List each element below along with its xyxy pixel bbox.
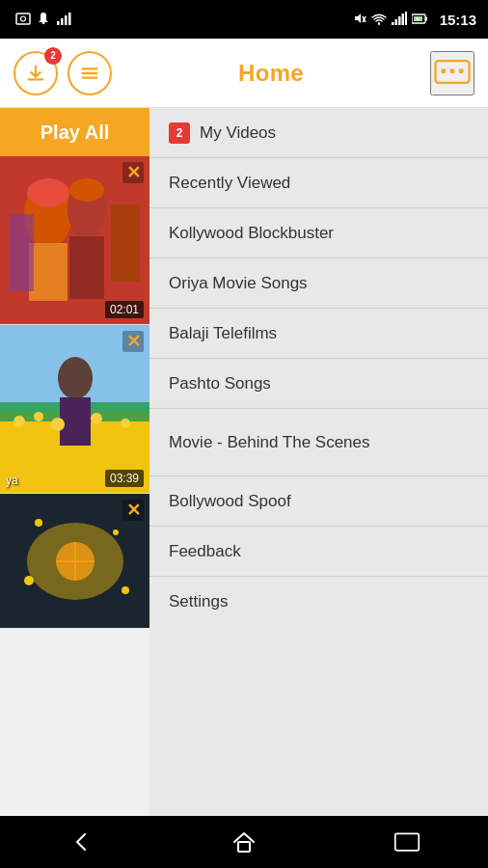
download-badge: 2 xyxy=(44,47,62,65)
status-icons-right: 15:13 xyxy=(353,12,476,28)
chat-icon xyxy=(434,59,471,88)
bars-icon xyxy=(56,12,71,27)
video-close-2[interactable]: ✕ xyxy=(122,331,144,352)
toolbar: 2 Home xyxy=(0,39,488,108)
chat-button[interactable] xyxy=(430,51,474,95)
svg-point-1 xyxy=(21,16,26,21)
my-videos-label: My Videos xyxy=(200,123,276,143)
svg-rect-4 xyxy=(61,18,64,25)
svg-point-31 xyxy=(69,178,104,202)
behind-scenes-label: Movie - Behind The Scenes xyxy=(169,433,370,452)
svg-rect-3 xyxy=(57,21,60,25)
toolbar-title: Home xyxy=(238,60,304,87)
svg-rect-14 xyxy=(405,12,407,25)
svg-point-38 xyxy=(58,357,93,399)
screenshot-icon xyxy=(15,12,31,27)
feedback-label: Feedback xyxy=(169,542,241,561)
svg-rect-13 xyxy=(401,14,404,25)
bottom-nav xyxy=(0,816,488,868)
video-close-3[interactable]: ✕ xyxy=(122,500,144,521)
video-item-1[interactable]: ✕ 02:01 xyxy=(0,156,149,325)
recently-viewed-label: Recently Viewed xyxy=(169,174,290,193)
battery-icon xyxy=(412,12,429,27)
svg-point-51 xyxy=(122,586,129,594)
svg-point-44 xyxy=(121,419,130,428)
svg-point-49 xyxy=(113,529,119,535)
video-item-2[interactable]: ✕ ya 03:39 xyxy=(0,325,149,494)
hamburger-button[interactable] xyxy=(68,51,112,95)
svg-rect-0 xyxy=(16,14,30,24)
oriya-label: Oriya Movie Songs xyxy=(169,274,308,293)
toolbar-left: 2 xyxy=(14,51,112,95)
svg-point-41 xyxy=(34,412,43,421)
svg-rect-22 xyxy=(442,68,447,73)
left-panel: Play All ✕ xyxy=(0,108,149,816)
recents-button[interactable] xyxy=(378,823,436,861)
main-content: Play All ✕ xyxy=(0,108,488,816)
video-item-3[interactable]: ✕ xyxy=(0,494,149,629)
svg-rect-32 xyxy=(111,204,140,282)
svg-rect-55 xyxy=(394,833,419,851)
menu-item-recently-viewed[interactable]: Recently Viewed xyxy=(149,158,488,208)
hamburger-icon xyxy=(79,63,100,84)
svg-rect-39 xyxy=(60,397,91,446)
svg-rect-2 xyxy=(42,22,45,24)
svg-rect-33 xyxy=(10,214,34,291)
download-button[interactable]: 2 xyxy=(14,51,58,95)
status-icons-left xyxy=(15,12,71,27)
menu-item-settings[interactable]: Settings xyxy=(149,577,488,627)
svg-rect-29 xyxy=(69,236,104,299)
bollywood-spoof-label: Bollywood Spoof xyxy=(169,492,291,511)
svg-point-40 xyxy=(14,416,25,427)
svg-rect-54 xyxy=(238,842,250,852)
status-time: 15:13 xyxy=(440,12,476,28)
balaji-label: Balaji Telefilms xyxy=(169,324,277,343)
kollywood-label: Kollywood Blockbuster xyxy=(169,224,334,243)
svg-point-42 xyxy=(51,418,65,431)
settings-label: Settings xyxy=(169,592,228,611)
video-duration-1: 02:01 xyxy=(105,301,144,318)
pashto-label: Pashto Songs xyxy=(169,374,271,393)
menu-item-feedback[interactable]: Feedback xyxy=(149,527,488,577)
status-bar: 15:13 xyxy=(0,0,488,39)
video-duration-2: 03:39 xyxy=(105,470,144,487)
my-videos-badge: 2 xyxy=(169,122,190,144)
svg-point-48 xyxy=(35,519,42,527)
play-all-button[interactable]: Play All xyxy=(0,108,149,156)
menu-item-kollywood[interactable]: Kollywood Blockbuster xyxy=(149,208,488,258)
svg-rect-16 xyxy=(425,17,427,21)
svg-point-43 xyxy=(91,413,102,424)
home-icon xyxy=(230,828,258,855)
svg-point-50 xyxy=(24,576,34,585)
menu-item-pashto[interactable]: Pashto Songs xyxy=(149,359,488,409)
svg-rect-27 xyxy=(29,243,68,301)
menu-item-my-videos[interactable]: 2 My Videos xyxy=(149,108,488,158)
svg-rect-6 xyxy=(68,13,71,25)
signal-icon xyxy=(392,12,407,27)
svg-rect-11 xyxy=(394,19,397,25)
mute-icon xyxy=(353,12,366,27)
svg-marker-7 xyxy=(355,14,361,23)
menu-item-bollywood-spoof[interactable]: Bollywood Spoof xyxy=(149,476,488,527)
home-button[interactable] xyxy=(215,823,273,861)
svg-rect-12 xyxy=(398,16,401,25)
svg-rect-10 xyxy=(392,22,394,25)
svg-point-30 xyxy=(27,178,69,207)
svg-rect-23 xyxy=(450,68,455,73)
video-close-1[interactable]: ✕ xyxy=(122,162,144,183)
menu-item-balaji[interactable]: Balaji Telefilms xyxy=(149,309,488,359)
svg-rect-5 xyxy=(65,15,68,25)
menu-item-oriya[interactable]: Oriya Movie Songs xyxy=(149,258,488,309)
back-icon xyxy=(68,828,95,855)
recents-icon xyxy=(393,828,420,855)
back-button[interactable] xyxy=(52,823,110,861)
notification-icon xyxy=(37,12,50,27)
download-icon xyxy=(25,63,46,84)
play-all-label: Play All xyxy=(41,122,110,144)
right-panel: 2 My Videos Recently Viewed Kollywood Bl… xyxy=(149,108,488,816)
wifi-icon xyxy=(371,12,387,27)
svg-rect-24 xyxy=(459,68,464,73)
video-label-2: ya xyxy=(6,474,18,487)
menu-item-behind-scenes[interactable]: Movie - Behind The Scenes xyxy=(149,409,488,476)
